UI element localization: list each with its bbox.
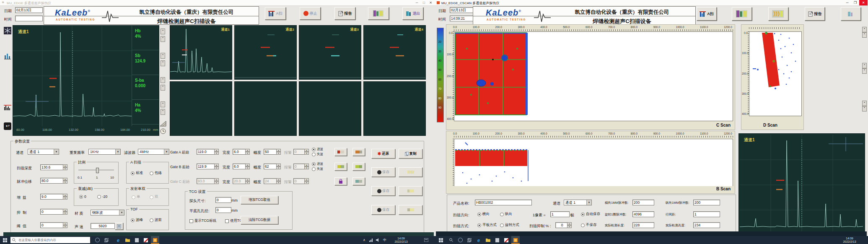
speaker-icon[interactable]: [375, 236, 381, 244]
start-button[interactable]: [0, 236, 10, 244]
clock-icon[interactable]: [160, 128, 166, 134]
material-select[interactable]: 钢纵波▼: [91, 210, 124, 215]
cortana-icon[interactable]: [456, 236, 464, 244]
gate-b-amp-field[interactable]: 62: [264, 164, 278, 169]
gate-a-alarm-spinner[interactable]: ▲▼: [304, 149, 309, 155]
edge-spinner[interactable]: ▲▼: [862, 63, 867, 74]
gate-a-width-field[interactable]: 6.0: [233, 149, 247, 155]
close-button[interactable]: ✕: [859, 0, 868, 5]
row-spacing-field[interactable]: 1: [693, 211, 720, 217]
gate-c-start-spinner[interactable]: ▲▼: [214, 178, 219, 184]
mini-scan-2[interactable]: 通道2: [234, 25, 297, 80]
channel-select[interactable]: 通道 1▼: [28, 149, 59, 155]
task-view-icon[interactable]: [465, 236, 474, 244]
chevron-down-icon[interactable]: ▼: [586, 200, 591, 205]
reject-spinner[interactable]: ▲▼: [63, 209, 67, 215]
depth-field[interactable]: 130.6: [40, 164, 65, 170]
notification-icon[interactable]: [422, 236, 430, 244]
hole-diameter-field[interactable]: 0: [215, 207, 231, 213]
gate-a-color-button[interactable]: [334, 148, 347, 156]
gate-spinner[interactable]: ▲: [161, 101, 165, 107]
freeze-icon[interactable]: [4, 27, 11, 34]
save-button-2[interactable]: 保存: [371, 186, 395, 196]
taskbar-search-box[interactable]: [10, 237, 90, 243]
app-gray-icon[interactable]: [493, 236, 501, 244]
gate-b-color-button[interactable]: [334, 163, 347, 171]
rotate-pulse-field[interactable]: 4096: [632, 211, 654, 217]
mode-rotate-radio[interactable]: 旋转方式: [500, 223, 519, 228]
save-target-button-1[interactable]: [399, 167, 422, 177]
gate-c-width-spinner[interactable]: ▲▼: [245, 178, 250, 184]
chevron-down-icon[interactable]: ▼: [164, 149, 169, 154]
tcg-add-button[interactable]: 增加TCG取值: [241, 196, 278, 204]
gate-b-start-spinner[interactable]: ▲▼: [214, 164, 219, 169]
mini-scan-6[interactable]: [234, 81, 297, 136]
gate-a-amp-spinner[interactable]: ▲▼: [276, 149, 281, 155]
dir-vertical-radio[interactable]: 纵向: [500, 212, 512, 217]
actual-length-field[interactable]: 228: [632, 222, 654, 228]
mini-scan-5[interactable]: [170, 81, 232, 136]
gain-spinner[interactable]: ▲: [161, 29, 165, 34]
product-name-field[interactable]: HB001002: [475, 200, 532, 205]
velocity-field[interactable]: 5920: [91, 223, 115, 229]
mini-scan-8[interactable]: [363, 81, 426, 136]
show-tcg-checkbox[interactable]: 显示TCG标线: [189, 218, 216, 223]
nosave-radio[interactable]: 不保存: [581, 223, 597, 228]
gate-spinner[interactable]: ▲: [161, 53, 165, 59]
tray-chevron[interactable]: ∧: [361, 236, 367, 244]
scale-slider-thumb[interactable]: [96, 168, 99, 173]
save-target-button-2[interactable]: [399, 186, 422, 196]
ascan-standard-radio[interactable]: 标准: [131, 171, 143, 176]
toolbar-exit-button[interactable]: [841, 7, 861, 21]
edge-spinner[interactable]: ▲▼: [862, 27, 867, 38]
gate-b-wavein-radio[interactable]: 进波: [312, 162, 323, 166]
app-red-icon[interactable]: [502, 236, 510, 244]
tof-front-radio[interactable]: 波前: [150, 218, 162, 223]
ascan-panel[interactable]: 通道1 Hb4% Sb124.9 S-ba0.000 Ha4% 80.00 10…: [13, 25, 159, 136]
autosave-radio[interactable]: 自动保存: [581, 212, 600, 217]
prf-select[interactable]: 1KHz▼: [88, 149, 121, 155]
gate-b-amp-spinner[interactable]: ▲▼: [276, 164, 281, 169]
cscan-plot[interactable]: [454, 31, 733, 121]
app-active-icon[interactable]: [151, 236, 159, 244]
gate-a-start-field[interactable]: 119.0: [197, 149, 216, 155]
mini-scan-4[interactable]: 通道4: [363, 25, 426, 80]
gate-spinner[interactable]: ▼: [161, 85, 165, 91]
close-button[interactable]: ✕: [427, 0, 434, 5]
app-active-icon[interactable]: [511, 236, 520, 244]
toolbar-ascan-button[interactable]: A扫: [265, 7, 286, 20]
emit-single-radio[interactable]: 单: [132, 195, 140, 200]
undo-icon[interactable]: ↩: [4, 122, 11, 130]
time-field[interactable]: [15, 16, 43, 21]
gate-b-width-field[interactable]: 6.0: [233, 164, 247, 169]
app-gray-icon[interactable]: [132, 236, 141, 244]
threshold-field[interactable]: 0: [40, 222, 65, 228]
network-icon[interactable]: [368, 236, 374, 244]
gain-field[interactable]: 9.0: [40, 194, 65, 200]
maximize-button[interactable]: ❐: [852, 0, 859, 5]
gate-b-alarm-spinner[interactable]: ▲▼: [304, 164, 309, 169]
gate-spinner[interactable]: ▼: [161, 60, 165, 66]
restore-button[interactable]: ✱还原: [371, 149, 395, 158]
pixel-field[interactable]: 1: [550, 211, 570, 217]
lock-button[interactable]: [334, 177, 347, 185]
toolbar-coil-button[interactable]: [768, 7, 788, 21]
pulse-shift-spinner[interactable]: ▲▼: [63, 178, 67, 184]
protractor-icon[interactable]: [160, 121, 166, 127]
atten-0-radio[interactable]: 0: [79, 195, 86, 199]
toolbar-image-button[interactable]: [368, 7, 389, 20]
depth-spinner[interactable]: ▲▼: [63, 164, 67, 170]
reject-field[interactable]: 0: [40, 209, 65, 215]
probe-size-field[interactable]: 0: [215, 197, 231, 203]
maximize-button[interactable]: □: [420, 0, 428, 5]
chevron-down-icon[interactable]: ▼: [119, 210, 124, 215]
dscan-plot[interactable]: [749, 31, 802, 116]
gate-a-amp-field[interactable]: 50: [264, 149, 278, 155]
gate-c-color-button[interactable]: [352, 177, 365, 185]
clock-tray[interactable]: 14:09 2022/2/13: [390, 236, 412, 244]
folder-icon[interactable]: [484, 236, 492, 244]
edge-icon[interactable]: e: [474, 236, 483, 244]
toolbar-stop-button[interactable]: 停止: [300, 7, 321, 20]
folder-icon[interactable]: [123, 236, 132, 244]
gate-spinner[interactable]: ▲: [161, 77, 165, 83]
